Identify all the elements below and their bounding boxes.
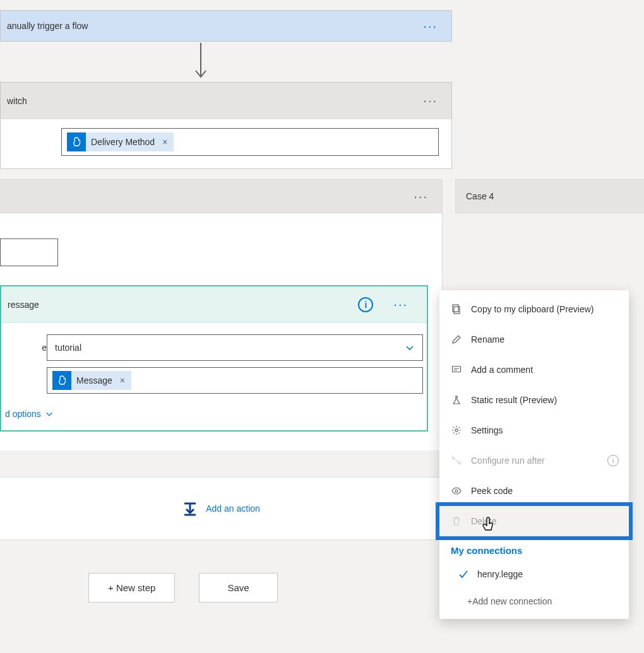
add-an-action-button[interactable]: Add an action [0, 477, 443, 540]
trigger-card[interactable]: anually trigger a flow ··· [0, 10, 452, 42]
case-4-header[interactable]: Case 4 [455, 179, 644, 213]
token-label: Delivery Method [86, 137, 160, 147]
switch-card: witch ··· Delivery Method × [0, 82, 452, 169]
comment-icon [451, 364, 462, 375]
trigger-menu-ellipsis[interactable]: ··· [409, 19, 451, 33]
add-action-label: Add an action [206, 503, 260, 514]
bottom-buttons: + New step Save [88, 573, 278, 603]
case-equals-input[interactable] [0, 238, 58, 266]
chevron-down-icon [405, 343, 415, 353]
token-remove[interactable]: × [117, 375, 131, 385]
svg-rect-6 [453, 367, 461, 372]
action-body: e tutorial Message × [1, 323, 427, 430]
action-header[interactable]: ressage i ··· [1, 286, 427, 323]
menu-peek-code[interactable]: Peek code [439, 476, 629, 506]
gear-icon [451, 425, 462, 436]
add-new-connection[interactable]: +Add new connection [439, 589, 629, 615]
token-message: Message × [52, 371, 131, 390]
switch-header[interactable]: witch ··· [1, 83, 451, 119]
save-button[interactable]: Save [199, 573, 277, 603]
svg-point-11 [458, 462, 460, 464]
chevron-down-icon [45, 409, 54, 418]
svg-point-12 [455, 490, 458, 492]
check-icon [458, 569, 468, 579]
arrow-down-icon [193, 43, 208, 82]
action-title: ressage [8, 300, 358, 310]
channel-value: tutorial [55, 343, 81, 353]
pencil-icon [451, 334, 462, 345]
svg-rect-5 [453, 305, 458, 312]
token-remove[interactable]: × [160, 137, 174, 147]
case-strip: ··· Case 4 [0, 179, 644, 213]
flask-icon [451, 394, 462, 406]
svg-point-10 [452, 457, 454, 459]
svg-point-9 [455, 429, 458, 432]
info-icon: i [607, 455, 619, 466]
info-icon[interactable]: i [358, 297, 373, 312]
case-4-label: Case 4 [466, 191, 494, 201]
menu-static-result[interactable]: Static result (Preview) [439, 385, 629, 415]
channel-label: e [1, 343, 47, 353]
menu-rename[interactable]: Rename [439, 324, 629, 355]
action-context-menu: Copy to my clipboard (Preview) Rename Ad… [439, 290, 629, 619]
channel-field-row: e tutorial [1, 334, 423, 361]
insert-action-icon [182, 500, 198, 517]
advanced-label: d options [5, 409, 41, 419]
connection-name: henry.legge [477, 569, 523, 579]
post-message-action-card: ressage i ··· e tutorial [0, 285, 428, 432]
switch-title: witch [7, 96, 409, 106]
menu-configure-run-after: Configure run after i [439, 445, 629, 476]
switch-on-input[interactable]: Delivery Method × [61, 128, 439, 156]
channel-dropdown[interactable]: tutorial [47, 334, 423, 361]
finger-tap-icon [52, 371, 71, 390]
token-delivery-method: Delivery Method × [67, 132, 174, 151]
new-step-button[interactable]: + New step [88, 573, 175, 603]
token-label: Message [71, 375, 117, 385]
branch-icon [451, 455, 462, 466]
menu-delete[interactable]: Delete [439, 506, 629, 536]
action-menu-ellipsis[interactable]: ··· [379, 297, 422, 312]
menu-heading-my-connections: My connections [439, 536, 629, 560]
eye-icon [451, 485, 462, 497]
menu-add-comment[interactable]: Add a comment [439, 355, 629, 385]
message-field-row: Message × [1, 367, 423, 394]
copy-icon [451, 303, 462, 315]
menu-settings[interactable]: Settings [439, 415, 629, 445]
menu-copy[interactable]: Copy to my clipboard (Preview) [439, 294, 629, 324]
case-left-header[interactable]: ··· [0, 179, 443, 213]
trash-icon [451, 515, 462, 527]
svg-rect-4 [454, 307, 460, 314]
switch-body: Delivery Method × [1, 119, 451, 168]
case-body: ressage i ··· e tutorial [0, 213, 443, 450]
case-menu-ellipsis[interactable]: ··· [400, 189, 442, 204]
connection-item[interactable]: henry.legge [439, 560, 629, 589]
message-input[interactable]: Message × [47, 367, 423, 394]
finger-tap-icon [67, 132, 86, 151]
trigger-title: anually trigger a flow [7, 21, 409, 31]
show-advanced-options[interactable]: d options [1, 400, 423, 419]
switch-menu-ellipsis[interactable]: ··· [409, 93, 451, 108]
